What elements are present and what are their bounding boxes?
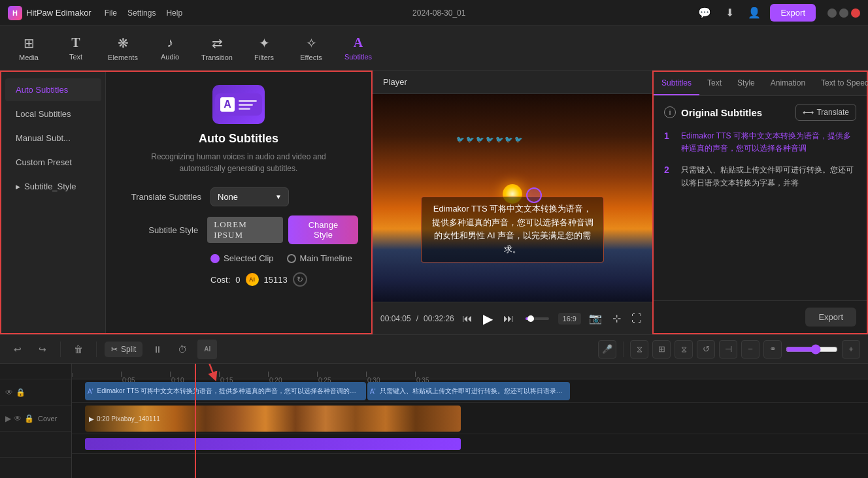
text-icon: T bbox=[71, 35, 80, 50]
sidebar-item-auto-subtitles[interactable]: Auto Subtitles bbox=[5, 78, 101, 101]
chain-icon[interactable]: ⚭ bbox=[763, 340, 782, 358]
transition-label: Transition bbox=[201, 54, 233, 61]
minimize-button[interactable] bbox=[827, 8, 837, 18]
screenshot-button[interactable]: 📷 bbox=[586, 311, 605, 326]
radio-main-timeline[interactable]: Main Timeline bbox=[287, 253, 352, 263]
sidebar-item-custom-preset[interactable]: Custom Preset bbox=[5, 151, 101, 174]
sidebar-item-manual-subtitles[interactable]: Manual Subt... bbox=[5, 127, 101, 150]
sidebar-item-subtitle-style[interactable]: ▶ Subtitle_Style bbox=[5, 175, 101, 198]
mosaic-button[interactable]: ⊞ bbox=[652, 340, 671, 358]
toolbar-subtitles[interactable]: A Subtitles bbox=[335, 29, 382, 68]
split-button[interactable]: ✂ Split bbox=[105, 342, 142, 357]
toolbar-text[interactable]: T Text bbox=[52, 29, 99, 68]
next-frame-button[interactable]: ⏭ bbox=[501, 311, 516, 326]
player-title: Player bbox=[383, 77, 407, 87]
logo-icon: H bbox=[8, 6, 22, 20]
refresh-button[interactable]: ↻ bbox=[293, 272, 307, 287]
progress-bar[interactable] bbox=[526, 317, 549, 320]
settings-menu[interactable]: Settings bbox=[127, 8, 156, 18]
link-button[interactable]: ⧖ bbox=[630, 340, 648, 358]
chat-icon[interactable]: 💬 bbox=[695, 4, 714, 22]
translate-button[interactable]: ⟷ Translate bbox=[795, 104, 856, 121]
window-title: 2024-08-30_01 bbox=[182, 8, 695, 18]
play-button[interactable]: ▶ bbox=[480, 310, 495, 328]
close-button[interactable] bbox=[851, 8, 860, 18]
unlink-button[interactable]: ⧖ bbox=[675, 340, 693, 358]
fullscreen-button[interactable]: ⛶ bbox=[629, 311, 644, 326]
toolbar-media[interactable]: ⊞ Media bbox=[5, 29, 52, 68]
subtitle-entry-2[interactable]: 2 只需键入、粘贴或上传文件即可进行转换。您还可以将日语录文本转换为字幕，并将 bbox=[664, 164, 856, 189]
time-separator: / bbox=[416, 314, 418, 323]
help-menu[interactable]: Help bbox=[166, 8, 182, 18]
change-style-button[interactable]: Change Style bbox=[288, 215, 358, 244]
video-lock-icon[interactable]: 👁 bbox=[14, 414, 22, 423]
video-clip-1[interactable]: ▶ 0:20 Pixabay_140111 bbox=[85, 406, 461, 432]
mic-button[interactable]: 🎤 bbox=[598, 340, 616, 358]
tab-text-to-speech[interactable]: Text to Speech bbox=[813, 72, 868, 95]
cover-label: Cover bbox=[38, 415, 57, 422]
player-video[interactable]: 🐦 🐦 🐦 🐦 🐦 🐦 🐦 Edimakor TTS 可将中文文本转换为语音， … bbox=[373, 94, 652, 302]
feature-description: Recognizing human voices in audio and vi… bbox=[141, 151, 337, 174]
audio-label: Audio bbox=[161, 53, 179, 61]
right-export-button[interactable]: Export bbox=[805, 308, 856, 327]
arrow-icon: ▶ bbox=[16, 183, 20, 190]
right-panel-content: i Original Subtitles ⟷ Translate 1 Edima… bbox=[654, 96, 867, 300]
redo-button[interactable]: ↪ bbox=[33, 340, 52, 359]
account-icon[interactable]: 👤 bbox=[745, 4, 763, 22]
speed-button[interactable]: ⏱ bbox=[173, 340, 192, 359]
timeline-tracks: 0:05 0:10 0:15 0:20 bbox=[72, 364, 868, 478]
freeze-frame-button[interactable]: ⏸ bbox=[148, 340, 167, 359]
undo-button[interactable]: ↩ bbox=[8, 340, 27, 359]
translate-select[interactable]: None ▼ bbox=[210, 187, 289, 206]
plus-icon[interactable]: + bbox=[842, 340, 860, 358]
left-sidebar: Auto Subtitles Local Subtitles Manual Su… bbox=[1, 72, 106, 333]
window-controls bbox=[827, 8, 860, 18]
subtitle-entry-1[interactable]: 1 Edimakor TTS 可将中文文本转换为语音，提供多种逼真的声音，您可以… bbox=[664, 130, 856, 155]
delete-button[interactable]: 🗑 bbox=[69, 340, 88, 359]
radio-selected-clip[interactable]: Selected Clip bbox=[210, 253, 274, 263]
eye-icon[interactable]: 👁 bbox=[5, 388, 13, 397]
toolbar-elements[interactable]: ❋ Elements bbox=[99, 29, 146, 68]
playhead[interactable]: ✂ bbox=[195, 364, 196, 478]
prev-frame-button[interactable]: ⏮ bbox=[459, 311, 475, 326]
export-button[interactable]: Export bbox=[770, 4, 816, 22]
toolbar-effects[interactable]: ✧ Effects bbox=[288, 29, 335, 68]
loop-button[interactable]: ↺ bbox=[697, 340, 715, 358]
subtitle-track-label: 👁 🔒 bbox=[0, 379, 71, 406]
subtitle-overlay: Edimakor TTS 可将中文文本转换为语音， 提供多种逼真的声音，您可以选… bbox=[421, 197, 604, 263]
audio-clip[interactable] bbox=[85, 438, 461, 450]
current-time: 00:04:05 bbox=[380, 314, 411, 323]
toolbar-transition[interactable]: ⇄ Transition bbox=[193, 29, 241, 68]
minus-icon[interactable]: − bbox=[741, 340, 760, 358]
total-time: 00:32:26 bbox=[424, 314, 454, 323]
scope-radio-group: Selected Clip Main Timeline bbox=[210, 253, 352, 263]
toolbar-audio[interactable]: ♪ Audio bbox=[146, 29, 193, 68]
audio-track-label bbox=[0, 432, 71, 458]
video-track: ▶ 0:20 Pixabay_140111 bbox=[72, 403, 868, 434]
toolbar-divider-3 bbox=[623, 342, 624, 357]
subtitle-clip-2[interactable]: A' 只需键入、粘贴或上传文件即可进行转换。您还可以将日语录文本转换为 bbox=[367, 382, 570, 400]
subtitle-clip-1[interactable]: A' Edimakor TTS 可将中文文本转换为语音，提供多种逼真的声音，您可… bbox=[85, 382, 366, 400]
trim-button[interactable]: ⊣ bbox=[719, 340, 737, 358]
timeline-labels: 👁 🔒 ▶ 👁 🔒 Cover bbox=[0, 364, 72, 478]
video-mute-icon[interactable]: 🔒 bbox=[24, 414, 34, 423]
lock-icon[interactable]: 🔒 bbox=[16, 388, 25, 397]
maximize-button[interactable] bbox=[839, 8, 848, 18]
ai-button[interactable]: AI bbox=[197, 340, 217, 359]
tab-text[interactable]: Text bbox=[699, 72, 729, 95]
download-icon[interactable]: ⬇ bbox=[720, 4, 739, 22]
tab-animation[interactable]: Animation bbox=[763, 72, 813, 95]
original-subtitles-title: i Original Subtitles bbox=[664, 106, 762, 118]
entry-text-2: 只需键入、粘贴或上传文件即可进行转换。您还可以将日语录文本转换为字幕，并将 bbox=[681, 164, 856, 189]
crop-button[interactable]: ⊹ bbox=[610, 311, 624, 326]
zoom-slider[interactable] bbox=[786, 344, 838, 355]
file-menu[interactable]: File bbox=[105, 8, 117, 18]
tab-style[interactable]: Style bbox=[729, 72, 763, 95]
tab-subtitles[interactable]: Subtitles bbox=[654, 72, 699, 95]
title-bar-right: 💬 ⬇ 👤 Export bbox=[695, 4, 860, 22]
toolbar-filters[interactable]: ✦ Filters bbox=[241, 29, 288, 68]
sidebar-item-local-subtitles[interactable]: Local Subtitles bbox=[5, 103, 101, 125]
scissors-icon: ✂ bbox=[111, 345, 118, 354]
aspect-ratio-button[interactable]: 16:9 bbox=[558, 313, 581, 325]
video-eye-icon[interactable]: ▶ bbox=[5, 414, 11, 423]
